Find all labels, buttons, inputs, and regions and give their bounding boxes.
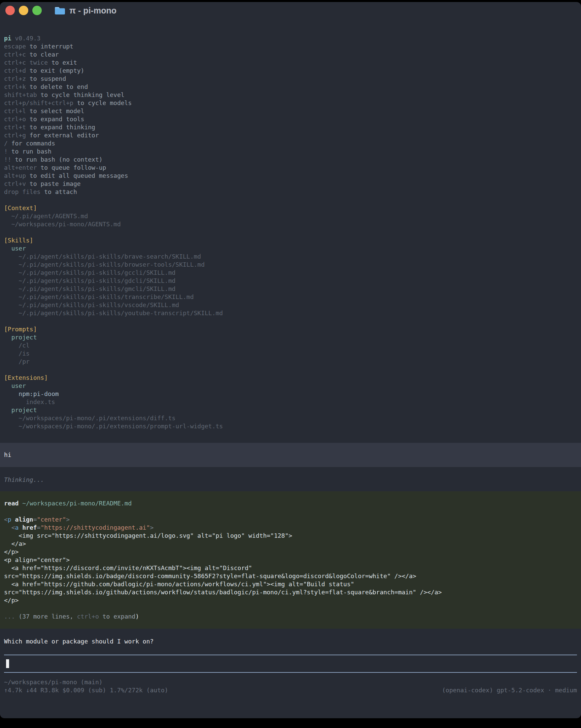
text-segment: to run bash (no context) xyxy=(11,156,103,163)
section-entry: ~/.pi/agent/skills/pi-skills/brave-searc… xyxy=(4,253,577,261)
blank-line xyxy=(4,228,577,236)
text-segment: <a href="https://discord.com/invite/nKXT… xyxy=(4,564,252,571)
text-segment: ! xyxy=(4,148,8,155)
text-segment: > xyxy=(150,524,154,531)
shortcut-line: alt+up to edit all queued messages xyxy=(4,172,577,180)
status-token-stats: ↑4.7k ↓44 R3.8k $0.009 (sub) 1.7%/272k (… xyxy=(4,686,168,694)
code-line: <p align="center"> xyxy=(4,516,577,524)
text-segment: to cycle thinking level xyxy=(37,91,125,98)
text-segment: ) xyxy=(135,613,139,620)
code-line: </p> xyxy=(4,548,577,556)
code-line: src="https://img.shields.io/badge/discor… xyxy=(4,572,577,580)
blank-line xyxy=(4,604,577,613)
text-segment: for commands xyxy=(8,140,55,147)
text-segment: "https://shittycodingagent.ai" xyxy=(41,524,150,531)
prompt-input[interactable] xyxy=(4,655,577,673)
text-segment: ctrl+p/shift+ctrl+p xyxy=(4,99,73,106)
section-entry: ~/workspaces/pi-mono/.pi/extensions/prom… xyxy=(4,422,577,430)
shortcut-line: ctrl+p/shift+ctrl+p to cycle models xyxy=(4,99,577,107)
code-line: <a href="https://github.com/badlogic/pi-… xyxy=(4,580,577,588)
blank-line xyxy=(4,317,577,325)
text-segment: to queue follow-up xyxy=(37,164,106,171)
text-segment: to paste image xyxy=(26,180,81,187)
tool-target-path: ~/workspaces/pi-mono/README.md xyxy=(22,500,132,507)
section-entry: ~/workspaces/pi-mono/.pi/extensions/diff… xyxy=(4,414,577,422)
text-segment: <img src="https://shittycodingagent.ai/l… xyxy=(4,532,292,539)
section-entry: user xyxy=(4,244,577,253)
section-entry: user xyxy=(4,382,577,390)
section-entry: /is xyxy=(4,349,577,358)
section-header: [Extensions] xyxy=(4,374,577,382)
text-segment: for external editor xyxy=(26,132,99,139)
text-segment: to select model xyxy=(26,107,84,114)
text-segment: ctrl+l xyxy=(4,107,26,114)
section-entry: /pr xyxy=(4,358,577,366)
text-segment: ctrl+o xyxy=(4,115,26,123)
code-line: <img src="https://shittycodingagent.ai/l… xyxy=(4,532,577,540)
text-segment: to cycle models xyxy=(73,99,132,106)
terminal-content: pi v0.49.3 escape to interruptctrl+c to … xyxy=(0,19,581,694)
close-window-button[interactable] xyxy=(5,6,15,15)
text-segment: ctrl+c xyxy=(4,51,26,58)
shortcut-line: ! to run bash xyxy=(4,148,577,156)
shortcut-line: drop files to attach xyxy=(4,188,577,196)
shortcut-line: ctrl+c to clear xyxy=(4,51,577,59)
text-segment: to suspend xyxy=(26,75,66,82)
app-version-line: pi v0.49.3 xyxy=(4,34,577,43)
text-segment: to expand tools xyxy=(26,115,84,123)
code-line: </p> xyxy=(4,596,577,604)
section-entry: ~/.pi/agent/skills/pi-skills/vscode/SKIL… xyxy=(4,301,577,309)
code-line: </a> xyxy=(4,540,577,548)
text-segment: escape xyxy=(4,43,26,50)
section-entry: ~/.pi/agent/skills/pi-skills/gccli/SKILL… xyxy=(4,269,577,277)
text-segment: to delete to end xyxy=(26,83,88,90)
text-segment: a xyxy=(15,524,19,531)
zoom-window-button[interactable] xyxy=(32,6,42,15)
text-segment: <a href="https://github.com/badlogic/pi-… xyxy=(4,580,354,588)
window-title: π - pi-mono xyxy=(69,6,116,16)
text-segment: / xyxy=(4,140,8,147)
text-segment: to exit xyxy=(48,59,77,66)
text-segment: to edit all queued messages xyxy=(26,172,128,179)
text-segment: !! xyxy=(4,156,11,163)
section-entry: ~/.pi/agent/skills/pi-skills/youtube-tra… xyxy=(4,309,577,317)
status-cwd: ~/workspaces/pi-mono (main) xyxy=(4,678,577,686)
text-segment: ctrl+z xyxy=(4,75,26,82)
text-segment: p xyxy=(8,516,11,523)
tool-call-header: read ~/workspaces/pi-mono/README.md xyxy=(4,499,577,508)
shortcut-line: ctrl+o to expand tools xyxy=(4,115,577,123)
text-segment: to exit (empty) xyxy=(26,67,84,74)
status-model-info: (openai-codex) gpt-5.2-codex · medium xyxy=(442,686,577,694)
section-entry: index.ts xyxy=(4,398,577,406)
text-segment: </p> xyxy=(4,548,19,555)
section-entry: ~/.pi/agent/AGENTS.md xyxy=(4,212,577,220)
app-version: v0.49.3 xyxy=(15,35,41,42)
text-segment: to interrupt xyxy=(26,43,73,50)
tool-name: read xyxy=(4,500,19,507)
shortcut-line: alt+enter to queue follow-up xyxy=(4,164,577,172)
assistant-message: Which module or package should I work on… xyxy=(4,638,577,646)
text-segment: src="https://img.shields.io/github/actio… xyxy=(4,589,442,596)
shortcut-line: ctrl+c twice to exit xyxy=(4,59,577,67)
titlebar: π - pi-mono xyxy=(0,2,581,19)
terminal-window: π - pi-mono pi v0.49.3 escape to interru… xyxy=(0,2,581,718)
user-message-text: hi xyxy=(4,451,577,459)
text-segment: ctrl+c twice xyxy=(4,59,48,66)
minimize-window-button[interactable] xyxy=(19,6,28,15)
text-segment: drop files xyxy=(4,188,41,195)
text-segment: </a> xyxy=(4,540,26,547)
text-segment: < xyxy=(4,516,8,523)
shortcuts-list: escape to interruptctrl+c to clearctrl+c… xyxy=(4,43,577,196)
code-line: <a href="https://shittycodingagent.ai"> xyxy=(4,524,577,532)
text-segment: ctrl+d xyxy=(4,67,26,74)
code-line: src="https://img.shields.io/github/actio… xyxy=(4,588,577,596)
text-segment: src="https://img.shields.io/badge/discor… xyxy=(4,572,416,579)
shortcut-line: escape to interrupt xyxy=(4,43,577,51)
section-header: [Skills] xyxy=(4,236,577,244)
user-message: hi xyxy=(0,443,581,467)
startup-sections: [Context]~/.pi/agent/AGENTS.md~/workspac… xyxy=(4,196,577,430)
text-segment: > xyxy=(66,516,70,523)
section-entry: ~/.pi/agent/skills/pi-skills/gdcli/SKILL… xyxy=(4,277,577,285)
shortcut-line: ctrl+t to expand thinking xyxy=(4,123,577,131)
section-entry: npm:pi-doom xyxy=(4,390,577,398)
